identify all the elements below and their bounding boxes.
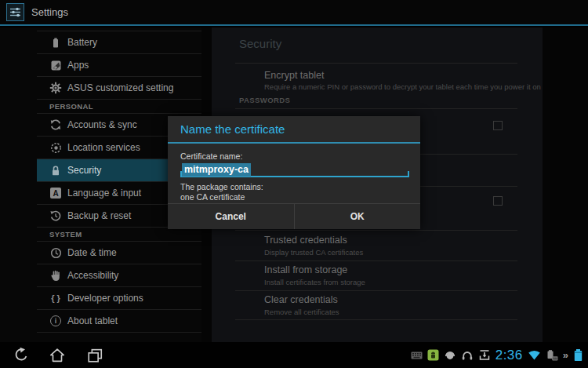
ok-button[interactable]: OK [294,204,421,229]
sidebar-item-label: About tablet [67,315,118,326]
sidebar-item-label: ASUS customized setting [67,82,173,93]
divider [235,63,517,64]
clear-credentials-row[interactable]: Clear credentials [264,294,338,305]
package-contains-label: The package contains: [180,182,263,191]
clear-credentials-subtitle: Remove all certificates [264,308,339,316]
back-icon [13,347,30,364]
divider [235,230,517,231]
back-button[interactable] [8,344,34,366]
sidebar-item-label: Battery [67,37,97,48]
divider [235,261,517,261]
gear-icon [49,82,62,94]
clock-icon [49,246,62,259]
headset-icon [444,349,456,361]
encrypt-tablet-subtitle: Require a numeric PIN or password to dec… [264,82,541,91]
dialog-title-divider [168,142,420,144]
usb-debugging-android-icon [427,349,439,361]
sidebar-section-system: SYSTEM [37,228,201,242]
location-icon [49,141,62,154]
lock-icon [49,164,62,177]
name-certificate-dialog: Name the certificate Certificate name: m… [168,116,420,229]
divider [235,319,517,320]
sidebar-item-accessibility[interactable]: Accessibility [37,264,201,287]
section-header-label: SYSTEM [49,230,82,239]
settings-app-icon[interactable] [6,3,24,21]
recent-apps-icon [86,347,103,364]
braces-icon: { } [49,292,62,304]
dock-battery-icon [546,349,558,362]
sidebar-item-about-tablet[interactable]: i About tablet [37,310,201,333]
headphones-icon [461,349,474,361]
unknown-sources-checkbox[interactable] [493,196,503,206]
sidebar-item-label: Developer options [67,293,143,304]
sidebar-item-label: Accessibility [67,270,118,281]
system-navigation-bar: 2:36 » [0,342,588,368]
sidebar-item-label: Language & input [67,188,141,199]
settings-sliders-icon [9,5,22,19]
sidebar-item-label: Location services [67,142,140,153]
language-icon: A [49,187,62,199]
home-icon [49,347,66,364]
dialog-title: Name the certificate [168,116,420,142]
certificate-name-value-selected: mitmproxy-ca [182,163,251,177]
page-title: Settings [31,6,68,18]
sidebar-item-label: Security [67,165,101,176]
make-passwords-visible-checkbox[interactable] [493,121,503,130]
sidebar-item-asus-customized-setting[interactable]: ASUS customized setting [37,77,201,100]
trusted-credentials-row[interactable]: Trusted credentials [264,235,347,246]
sync-icon [49,118,62,131]
backup-icon [49,210,62,222]
package-contains-value: one CA certificate [180,192,245,202]
certificate-name-label: Certificate name: [180,151,242,161]
install-tray-icon [478,349,491,361]
divider [235,108,517,109]
info-icon: i [49,315,62,327]
clock-time: 2:36 [495,348,523,363]
sidebar-item-date-time[interactable]: Date & time [37,242,201,264]
battery-icon [49,36,62,49]
home-button[interactable] [44,344,71,366]
hand-icon [49,269,62,282]
status-tray[interactable]: 2:36 » [411,342,583,368]
install-from-storage-subtitle: Install certificates from storage [264,278,365,286]
cancel-button[interactable]: Cancel [168,204,294,229]
sidebar-item-label: Backup & reset [67,210,131,221]
content-title: Security [239,37,281,50]
chevrons-icon: » [563,349,568,361]
sidebar-item-battery[interactable]: Battery [37,31,201,54]
android-settings-screen: Settings Battery Apps ASUS customized se… [0,0,588,368]
recent-apps-button[interactable] [82,344,108,366]
sidebar-item-apps[interactable]: Apps [37,54,201,77]
sidebar-section-personal: PERSONAL [37,100,201,114]
action-bar: Settings [0,0,588,26]
passwords-section-header: PASSWORDS [239,96,290,104]
sidebar-item-developer-options[interactable]: { } Developer options [37,287,201,310]
sidebar-item-label: Accounts & sync [67,119,137,130]
divider [235,290,517,291]
section-header-label: PERSONAL [49,102,93,111]
battery-icon [573,348,583,362]
keyboard-icon [411,352,423,359]
install-from-storage-row[interactable]: Install from storage [264,264,347,275]
dialog-button-bar: Cancel OK [168,203,420,229]
sidebar-item-label: Apps [67,60,89,71]
certificate-name-input[interactable]: mitmproxy-ca [180,162,409,177]
encrypt-tablet-row[interactable]: Encrypt tablet [264,70,324,81]
wifi-icon [528,349,541,361]
trusted-credentials-subtitle: Display trusted CA certificates [264,248,363,257]
apps-icon [49,59,62,71]
sidebar-item-label: Date & time [67,247,117,258]
